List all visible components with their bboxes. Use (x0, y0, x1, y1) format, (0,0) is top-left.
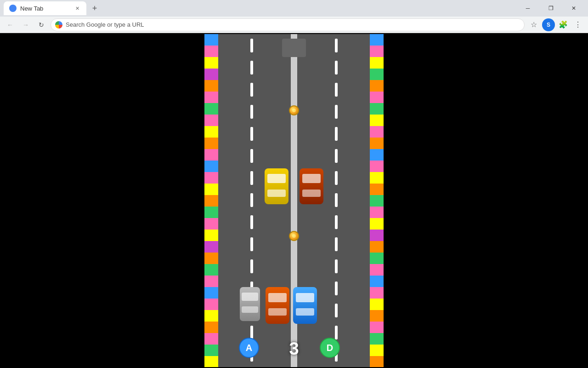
color-block (204, 80, 218, 92)
color-block (370, 57, 384, 69)
window-controls: ─ ❐ ✕ (517, 0, 584, 17)
color-block (204, 310, 218, 322)
color-block (204, 69, 218, 80)
bookmark-button[interactable]: ☆ (527, 18, 540, 31)
color-block (204, 333, 218, 345)
color-block (204, 241, 218, 253)
reload-button[interactable]: ↻ (35, 18, 48, 31)
coin-top (289, 105, 299, 115)
color-block (204, 322, 218, 333)
color-block (370, 345, 384, 356)
svg-rect-14 (296, 308, 314, 316)
close-button[interactable]: ✕ (563, 0, 584, 17)
lane-dash (250, 193, 253, 207)
score-value: 3 (289, 339, 299, 358)
lane-dash (335, 149, 338, 163)
svg-rect-1 (267, 174, 286, 183)
browser-tab[interactable]: New Tab ✕ (4, 1, 86, 15)
new-tab-button[interactable]: + (88, 2, 101, 15)
color-block (204, 57, 218, 69)
address-text: Search Google or type a URL (66, 21, 144, 28)
color-block (370, 241, 384, 253)
player-a-badge: A (239, 338, 259, 358)
svg-rect-10 (268, 293, 287, 302)
color-block (370, 184, 384, 195)
lane-dash (250, 237, 253, 251)
car-orange (265, 286, 290, 325)
lane-dash (250, 149, 253, 163)
lane-dash (335, 61, 338, 75)
color-block (370, 34, 384, 46)
color-block (204, 92, 218, 103)
right-color-strip (370, 34, 384, 367)
address-input[interactable]: Search Google or type a URL (51, 18, 525, 31)
car-gray (239, 286, 261, 322)
color-block (204, 195, 218, 207)
player-d-label: D (327, 343, 333, 353)
color-block (204, 264, 218, 276)
profile-button[interactable]: S (542, 18, 555, 31)
lane-dash (335, 127, 338, 141)
color-block (370, 230, 384, 241)
svg-rect-3 (300, 168, 323, 204)
game-canvas: A 3 D (204, 34, 384, 367)
lane-dash (250, 171, 253, 185)
tab-favicon (9, 5, 17, 12)
color-block (204, 218, 218, 230)
address-bar: ← → ↻ Search Google or type a URL ☆ S 🧩 … (0, 17, 588, 33)
color-block (370, 126, 384, 138)
player-a-label: A (246, 343, 252, 353)
color-block (370, 172, 384, 184)
color-block (370, 69, 384, 80)
tab-title: New Tab (20, 5, 43, 12)
minimize-button[interactable]: ─ (517, 0, 538, 17)
color-block (204, 34, 218, 46)
color-block (204, 184, 218, 195)
lane-dash (250, 105, 253, 119)
svg-rect-11 (268, 308, 287, 316)
lane-dash (335, 326, 338, 339)
obstacle (282, 39, 306, 57)
lane-dash (250, 259, 253, 273)
svg-rect-7 (242, 293, 258, 301)
car-blue (292, 286, 318, 325)
address-input-container: Search Google or type a URL (51, 18, 525, 31)
lane-dash (250, 127, 253, 141)
lane-dash (335, 105, 338, 119)
color-block (370, 310, 384, 322)
left-color-strip (204, 34, 218, 367)
svg-rect-4 (302, 174, 321, 183)
maximize-button[interactable]: ❐ (540, 0, 561, 17)
color-block (370, 333, 384, 345)
lane-dash (335, 237, 338, 251)
color-block (204, 138, 218, 149)
lane-dash (335, 304, 338, 317)
color-block (370, 46, 384, 57)
color-block (204, 356, 218, 367)
forward-button[interactable]: → (19, 18, 32, 31)
lane-dash (335, 39, 338, 52)
svg-rect-12 (293, 287, 317, 324)
coin-middle (289, 231, 299, 241)
extensions-button[interactable]: 🧩 (557, 18, 570, 31)
svg-rect-13 (296, 293, 314, 302)
lane-dash (250, 61, 253, 75)
back-button[interactable]: ← (4, 18, 17, 31)
color-block (204, 103, 218, 115)
color-block (204, 345, 218, 356)
svg-rect-9 (266, 287, 289, 324)
toolbar-right: ☆ S 🧩 ⋮ (527, 18, 584, 31)
color-block (370, 138, 384, 149)
lane-dash (335, 282, 338, 295)
color-block (370, 299, 384, 310)
color-block (370, 207, 384, 218)
lane-dash (250, 39, 253, 52)
menu-button[interactable]: ⋮ (571, 18, 584, 31)
color-block (370, 195, 384, 207)
color-block (204, 299, 218, 310)
car-yellow (264, 167, 289, 205)
color-block (370, 322, 384, 333)
color-block (204, 149, 218, 161)
svg-rect-0 (265, 168, 288, 204)
tab-close-button[interactable]: ✕ (74, 5, 81, 12)
